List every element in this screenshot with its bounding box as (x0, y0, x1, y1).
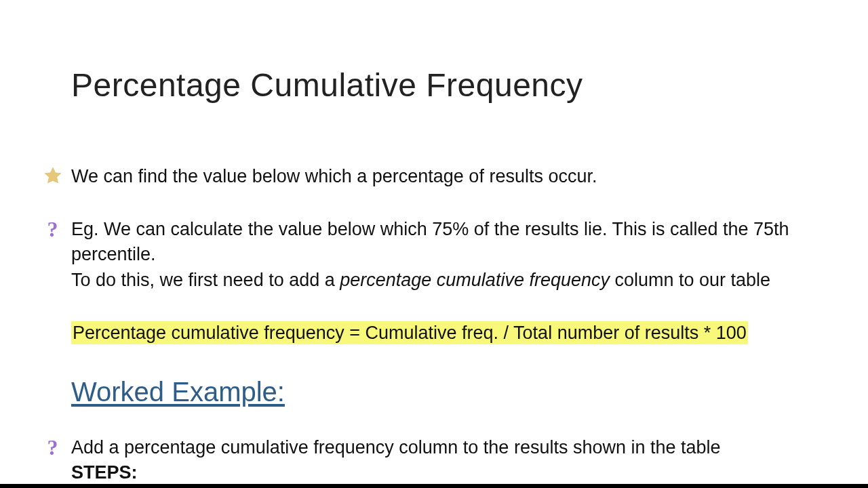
bullet-row-question-1: ? Eg. We can calculate the value below w… (34, 217, 841, 293)
question-icon: ? (34, 435, 71, 458)
slide: Percentage Cumulative Frequency We can f… (0, 0, 868, 488)
bullet-text-1: We can find the value below which a perc… (71, 164, 841, 189)
worked-example-heading-wrap: Worked Example: (71, 373, 841, 411)
formula-text: Percentage cumulative frequency = Cumula… (71, 321, 841, 346)
star-icon (34, 164, 71, 186)
bullet-row-star: We can find the value below which a perc… (34, 164, 841, 189)
formula-highlight: Percentage cumulative frequency = Cumula… (71, 321, 748, 344)
bullet-text-2: Eg. We can calculate the value below whi… (71, 217, 841, 293)
example-sentence: Eg. We can calculate the value below whi… (71, 219, 789, 264)
instruction-post: column to our table (610, 270, 770, 290)
formula-row: Percentage cumulative frequency = Cumula… (34, 321, 841, 346)
bullet-text-5: Add a percentage cumulative frequency co… (71, 435, 841, 486)
slide-title: Percentage Cumulative Frequency (71, 66, 583, 104)
spacer (34, 373, 71, 375)
spacer (34, 321, 71, 322)
worked-example-heading: Worked Example: (71, 377, 285, 407)
question-icon: ? (34, 217, 71, 240)
worked-example-row: Worked Example: (34, 373, 841, 411)
instruction-italic: percentage cumulative frequency (340, 270, 610, 290)
bottom-bar (0, 484, 868, 488)
instruction-pre: To do this, we first need to add a (71, 270, 340, 290)
bullet-row-question-2: ? Add a percentage cumulative frequency … (34, 435, 841, 486)
steps-label: STEPS: (71, 462, 138, 483)
task-instruction: Add a percentage cumulative frequency co… (71, 437, 721, 458)
